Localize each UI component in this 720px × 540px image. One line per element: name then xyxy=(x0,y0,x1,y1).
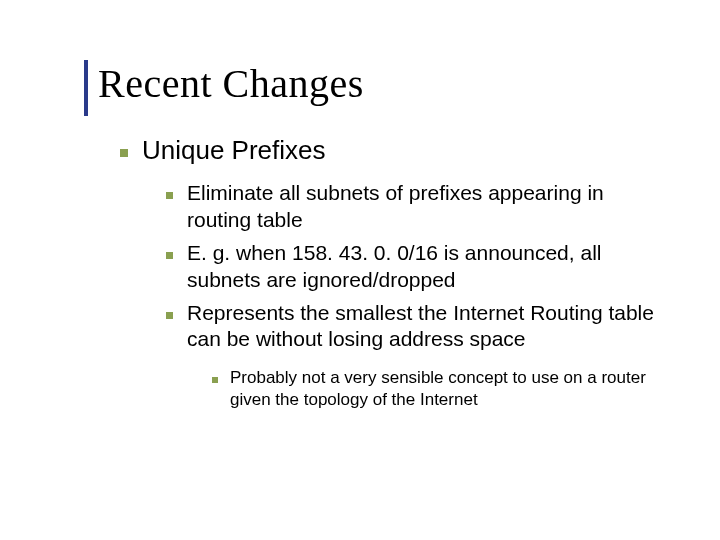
title-accent-bar xyxy=(84,60,88,116)
bullet-list-level-2: Eliminate all subnets of prefixes appear… xyxy=(166,180,660,411)
bullet-text: Eliminate all subnets of prefixes appear… xyxy=(187,180,657,234)
square-bullet-icon xyxy=(166,312,173,319)
bullet-list-level-3: Probably not a very sensible concept to … xyxy=(212,367,660,411)
square-bullet-icon xyxy=(120,149,128,157)
slide: Recent Changes Unique Prefixes Eliminate… xyxy=(0,0,720,540)
list-item: E. g. when 158. 43. 0. 0/16 is announced… xyxy=(166,240,660,294)
bullet-text: Represents the smallest the Internet Rou… xyxy=(187,300,657,354)
page-title: Recent Changes xyxy=(98,60,660,107)
bullet-text: Unique Prefixes xyxy=(142,135,326,166)
square-bullet-icon xyxy=(166,252,173,259)
list-item: Eliminate all subnets of prefixes appear… xyxy=(166,180,660,234)
list-item: Represents the smallest the Internet Rou… xyxy=(166,300,660,411)
square-bullet-icon xyxy=(212,377,218,383)
bullet-list-level-1: Unique Prefixes Eliminate all subnets of… xyxy=(120,135,660,411)
bullet-text: E. g. when 158. 43. 0. 0/16 is announced… xyxy=(187,240,657,294)
list-item: Probably not a very sensible concept to … xyxy=(212,367,660,411)
list-item: Unique Prefixes Eliminate all subnets of… xyxy=(120,135,660,411)
square-bullet-icon xyxy=(166,192,173,199)
bullet-text: Probably not a very sensible concept to … xyxy=(230,367,660,411)
